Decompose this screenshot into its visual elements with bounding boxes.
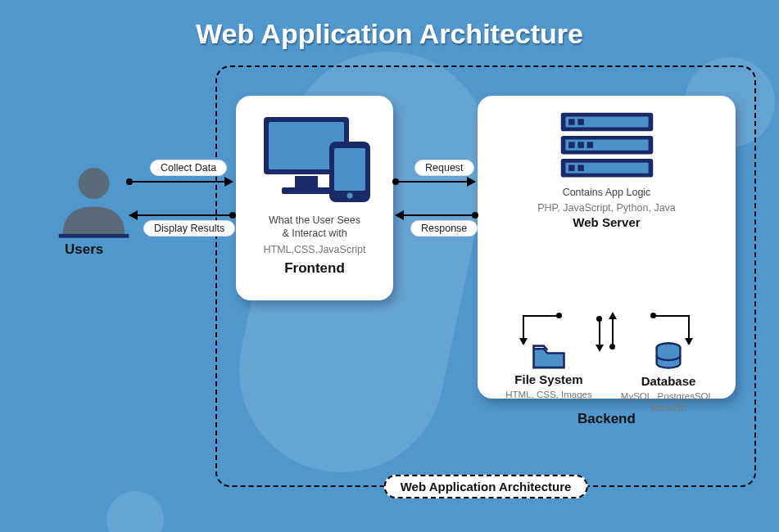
diagram-title: Web Application Architecture: [0, 18, 779, 50]
label-display-results: Display Results: [143, 220, 235, 237]
svg-rect-15: [568, 119, 575, 125]
database-label: Database: [615, 374, 722, 388]
frontend-tech: HTML,CSS,JavaScript: [246, 244, 383, 255]
arrow-request: [396, 181, 475, 183]
server-icon: [546, 107, 668, 186]
frontend-label: Frontend: [246, 260, 383, 277]
filesystem-block: File System HTML, CSS, Images: [496, 341, 602, 399]
backend-tech: PHP, JavaScript, Python, Java: [487, 202, 726, 214]
svg-rect-5: [282, 187, 331, 194]
svg-rect-17: [568, 142, 575, 148]
label-response: Response: [410, 220, 478, 237]
folder-icon: [531, 341, 567, 371]
backend-card: Contains App Logic PHP, JavaScript, Pyth…: [478, 96, 736, 399]
svg-rect-21: [577, 165, 584, 172]
svg-rect-7: [334, 148, 365, 191]
svg-rect-20: [568, 165, 575, 172]
svg-rect-18: [577, 142, 584, 148]
database-block: Database MySQL, PostgresSQL, MariaDB: [615, 341, 722, 414]
svg-rect-1: [59, 234, 129, 238]
webserver-label: Web Server: [487, 215, 726, 229]
arrow-response: [396, 214, 475, 216]
backend-subtitle: Contains App Logic: [487, 186, 726, 199]
architecture-container-label: Web Application Architecture: [384, 475, 588, 498]
frontend-subtitle: What the User Sees & Interact with: [246, 214, 383, 241]
label-collect-data: Collect Data: [150, 160, 227, 176]
devices-icon: [249, 110, 380, 209]
filesystem-tech: HTML, CSS, Images: [496, 390, 602, 399]
bg-blob: [106, 491, 164, 532]
filesystem-label: File System: [496, 372, 602, 386]
svg-point-0: [79, 168, 110, 199]
svg-rect-16: [577, 119, 584, 125]
backend-label: Backend: [577, 411, 636, 427]
user-icon: [55, 160, 133, 241]
svg-point-8: [347, 193, 353, 199]
frontend-card: What the User Sees & Interact with HTML,…: [236, 96, 393, 300]
arrow-display-results: [129, 214, 233, 216]
arrow-collect-data: [129, 181, 233, 183]
label-request: Request: [414, 160, 474, 176]
users-label: Users: [65, 241, 103, 258]
svg-rect-4: [295, 176, 318, 187]
svg-rect-19: [587, 142, 593, 148]
database-icon: [652, 341, 685, 372]
